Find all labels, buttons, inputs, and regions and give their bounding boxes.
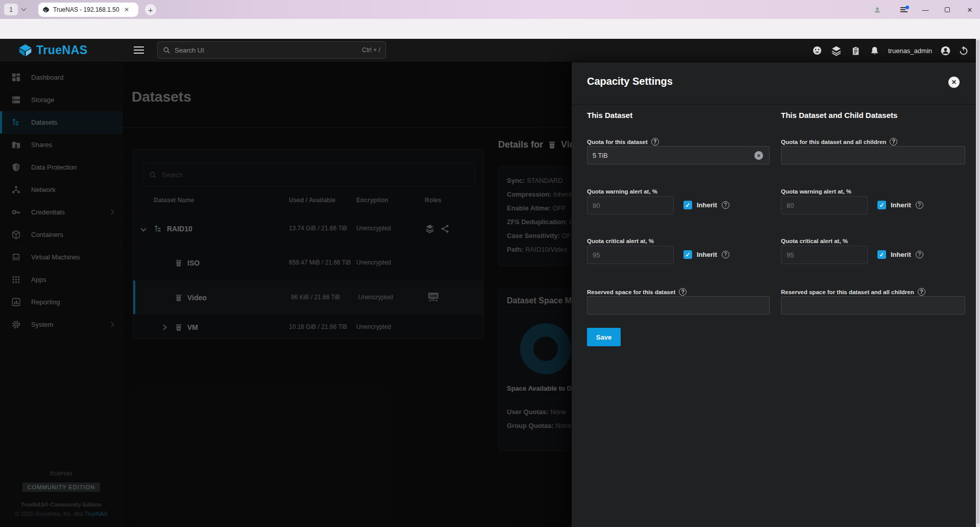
jobs-clipboard-icon[interactable] (850, 45, 861, 56)
quota-critical-input[interactable] (587, 246, 674, 264)
inherit-label: Inherit (891, 251, 911, 258)
browser-tab-strip: 1 TrueNAS - 192.168.1.50 ✕ + — ✕ (0, 0, 980, 19)
inherit-group: ✓ Inherit ? (683, 201, 729, 209)
notification-dot (905, 6, 909, 9)
alerts-bell-icon[interactable] (869, 45, 880, 56)
browser-profile-icon[interactable] (871, 4, 884, 15)
scrollbar-thumb[interactable] (976, 40, 979, 524)
quota-label: Quota for this dataset ? (587, 138, 659, 146)
close-panel-icon[interactable]: ✕ (948, 77, 960, 88)
clear-input-icon[interactable]: ✕ (754, 151, 763, 160)
reserved-space-children-label: Reserved space for this dataset and all … (781, 288, 925, 296)
help-icon[interactable]: ? (918, 288, 925, 296)
search-icon (163, 46, 170, 54)
truenas-favicon (42, 6, 50, 13)
reserved-space-children-input[interactable] (781, 296, 965, 315)
inherit-label: Inherit (697, 251, 717, 258)
label-text: Quota for this dataset (587, 139, 648, 145)
brand-text: TrueNAS (36, 43, 88, 57)
quota-critical-input[interactable] (781, 246, 868, 264)
capacity-settings-panel: Capacity Settings ✕ This Dataset Quota f… (572, 62, 980, 527)
label-text: Quota critical alert at, % (587, 238, 654, 244)
tab-close-icon[interactable]: ✕ (124, 6, 129, 13)
inherit-group: ✓ Inherit ? (877, 250, 923, 259)
browser-tab[interactable]: TrueNAS - 192.168.1.50 ✕ (38, 3, 138, 17)
label-text: Quota for this dataset and all children (781, 139, 886, 145)
truecommand-icon[interactable] (830, 45, 842, 56)
username: truenas_admin (888, 47, 932, 55)
new-tab-button[interactable]: + (145, 4, 156, 15)
user-menu-icon[interactable] (940, 45, 951, 56)
help-icon[interactable]: ? (916, 251, 923, 258)
quota-children-input[interactable] (781, 146, 965, 164)
quota-warning-label: Quota warning alert at, % (781, 188, 851, 195)
save-button[interactable]: Save (587, 328, 621, 346)
quota-critical-label: Quota critical alert at, % (587, 238, 654, 244)
quota-warning-label: Quota warning alert at, % (587, 188, 657, 195)
label-text: Quota critical alert at, % (781, 238, 848, 244)
help-icon[interactable]: ? (916, 201, 923, 209)
reserved-space-label: Reserved space for this dataset ? (587, 288, 687, 296)
help-icon[interactable]: ? (722, 251, 729, 258)
quota-children-label: Quota for this dataset and all children … (781, 138, 897, 146)
tab-group-chevron-icon[interactable] (21, 6, 27, 11)
label-text: Reserved space for this dataset and all … (781, 289, 914, 295)
help-icon[interactable]: ? (679, 288, 687, 296)
inherit-checkbox[interactable]: ✓ (683, 201, 692, 209)
inherit-checkbox[interactable]: ✓ (683, 250, 692, 259)
inherit-checkbox[interactable]: ✓ (877, 250, 886, 259)
inherit-checkbox[interactable]: ✓ (877, 201, 886, 209)
inherit-label: Inherit (697, 201, 717, 209)
quota-warning-input[interactable] (781, 196, 868, 214)
panel-title: Capacity Settings (587, 76, 673, 87)
truenas-header: TrueNAS Ctrl + / truenas_admin (0, 39, 980, 62)
label-text: Reserved space for this dataset (587, 289, 675, 295)
quota-input[interactable] (587, 146, 770, 164)
tab-title: TrueNAS - 192.168.1.50 (53, 6, 120, 13)
quota-critical-label: Quota critical alert at, % (781, 238, 848, 244)
inherit-group: ✓ Inherit ? (683, 250, 729, 259)
close-window-button[interactable]: ✕ (963, 4, 976, 15)
quota-warning-input[interactable] (587, 196, 674, 214)
reserved-space-input[interactable] (587, 296, 770, 315)
inherit-group: ✓ Inherit ? (877, 201, 923, 209)
help-icon[interactable]: ? (890, 138, 897, 146)
label-text: Quota warning alert at, % (781, 188, 851, 195)
column-heading: This Dataset (587, 111, 632, 119)
browser-menu-button[interactable] (897, 4, 911, 15)
column-heading: This Dataset and Child Datasets (781, 111, 897, 119)
truenas-logo-icon (18, 43, 32, 57)
global-search-input[interactable] (175, 46, 358, 54)
help-icon[interactable]: ? (651, 138, 659, 146)
global-search[interactable]: Ctrl + / (157, 41, 386, 59)
child-datasets-column: This Dataset and Child Datasets Quota fo… (781, 105, 965, 370)
help-icon[interactable]: ? (722, 201, 729, 209)
sidebar-toggle-icon[interactable] (134, 46, 144, 54)
truenas-logo[interactable]: TrueNAS (18, 43, 88, 57)
browser-scrollbar[interactable] (976, 39, 980, 527)
restore-button[interactable] (941, 4, 954, 15)
this-dataset-column: This Dataset Quota for this dataset ? ✕ … (587, 105, 770, 370)
power-icon[interactable] (958, 45, 969, 56)
label-text: Quota warning alert at, % (587, 188, 657, 195)
search-shortcut: Ctrl + / (362, 46, 380, 54)
tab-group-button[interactable]: 1 (4, 4, 18, 15)
browser-toolbar: ← ! 192.168.1.50 TrueNAS - 192.168.1.50 … (0, 19, 980, 39)
minimize-button[interactable]: — (919, 4, 932, 15)
feedback-smiley-icon[interactable] (812, 45, 823, 56)
inherit-label: Inherit (891, 201, 911, 209)
